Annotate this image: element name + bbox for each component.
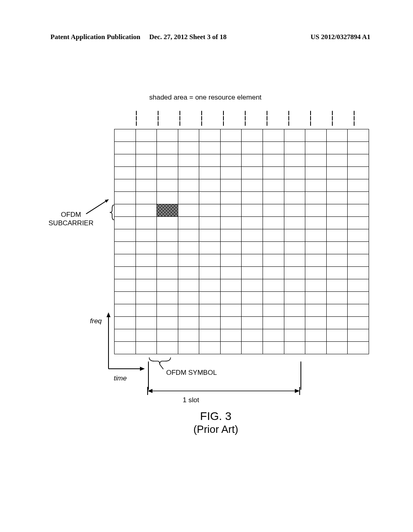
grid-cell: [263, 192, 284, 204]
grid-cell: [157, 342, 178, 354]
grid-cell: [220, 142, 242, 154]
grid-row: [115, 317, 369, 329]
grid-cell: [263, 317, 284, 329]
grid-row: [115, 304, 369, 317]
grid-cell: [199, 217, 221, 229]
tickmark: [201, 111, 204, 126]
grid-cell: [348, 204, 369, 217]
subcarrier-label-line2: SUBCARRIER: [48, 219, 93, 227]
grid-cell: [178, 292, 199, 304]
grid-row: [115, 192, 369, 204]
grid-row: [115, 242, 369, 254]
grid-cell: [115, 342, 136, 354]
grid-cell: [242, 217, 263, 229]
grid-cell: [178, 229, 199, 242]
grid-cell: [263, 154, 284, 167]
grid-cell: [157, 167, 178, 179]
grid-cell: [284, 204, 305, 217]
header-right: US 2012/0327894 A1: [311, 33, 370, 41]
grid-cell: [284, 342, 305, 354]
grid-cell: [157, 129, 178, 142]
shaded-resource-element: [157, 204, 178, 217]
grid-cell: [115, 304, 136, 317]
grid-cell: [220, 317, 242, 329]
header-mid: Dec. 27, 2012 Sheet 3 of 18: [149, 33, 227, 41]
grid-cell: [199, 142, 221, 154]
grid-row: [115, 229, 369, 242]
grid-cell: [284, 229, 305, 242]
grid-cell: [348, 254, 369, 267]
grid-cell: [263, 254, 284, 267]
tickmark: [179, 111, 182, 126]
grid-cell: [136, 329, 157, 342]
grid-cell: [220, 329, 242, 342]
svg-marker-6: [140, 367, 145, 371]
grid-cell: [199, 179, 221, 192]
grid-cell: [242, 154, 263, 167]
grid-cell: [242, 142, 263, 154]
grid-row: [115, 217, 369, 229]
tickmark: [267, 111, 269, 126]
grid-cell: [178, 167, 199, 179]
grid-cell: [157, 154, 178, 167]
grid-cell: [326, 292, 348, 304]
tickmark: [223, 111, 225, 126]
grid-row: [115, 179, 369, 192]
grid-cell: [305, 229, 327, 242]
grid-cell: [220, 292, 242, 304]
grid-cell: [115, 317, 136, 329]
grid-cell: [178, 254, 199, 267]
grid-cell: [199, 229, 221, 242]
grid-cell: [348, 279, 369, 292]
grid-cell: [284, 267, 305, 279]
grid-cell: [242, 192, 263, 204]
grid-cell: [220, 129, 242, 142]
grid-cell: [199, 304, 221, 317]
grid-cell: [263, 279, 284, 292]
grid-cell: [263, 229, 284, 242]
tickmark: [332, 111, 334, 126]
grid-cell: [305, 154, 327, 167]
grid-cell: [326, 192, 348, 204]
grid-cell: [115, 179, 136, 192]
grid-cell: [263, 204, 284, 217]
figure-priorart: (Prior Art): [177, 423, 254, 436]
grid-cell: [305, 179, 327, 192]
grid-cell: [220, 254, 242, 267]
grid-cell: [115, 329, 136, 342]
grid-cell: [263, 329, 284, 342]
grid-cell: [305, 217, 327, 229]
svg-marker-12: [295, 389, 300, 393]
grid-cell: [305, 204, 327, 217]
axis-label-time: time: [114, 374, 127, 382]
grid-cell: [242, 317, 263, 329]
grid-cell: [284, 292, 305, 304]
grid-cell: [157, 217, 178, 229]
grid-cell: [284, 217, 305, 229]
slot-arrow: [146, 385, 305, 405]
grid-cell: [115, 154, 136, 167]
svg-rect-0: [157, 204, 178, 216]
slot-label: 1 slot: [183, 396, 199, 404]
grid-cell: [284, 129, 305, 142]
grid-cell: [242, 254, 263, 267]
tickmark: [136, 111, 138, 126]
grid-cell: [115, 254, 136, 267]
grid-cell: [178, 204, 199, 217]
grid-cell: [199, 204, 221, 217]
grid-cell: [136, 229, 157, 242]
svg-line-7: [160, 364, 163, 369]
grid-cell: [284, 317, 305, 329]
grid-cell: [157, 229, 178, 242]
grid-cell: [348, 192, 369, 204]
grid-cell: [263, 242, 284, 254]
grid-cell: [284, 242, 305, 254]
grid-cell: [242, 279, 263, 292]
grid-row: [115, 292, 369, 304]
subcarrier-label: OFDM SUBCARRIER: [43, 210, 99, 228]
grid-cell: [115, 204, 136, 217]
grid-cell: [220, 167, 242, 179]
grid-cell: [326, 267, 348, 279]
grid-cell: [263, 342, 284, 354]
grid-cell: [284, 142, 305, 154]
